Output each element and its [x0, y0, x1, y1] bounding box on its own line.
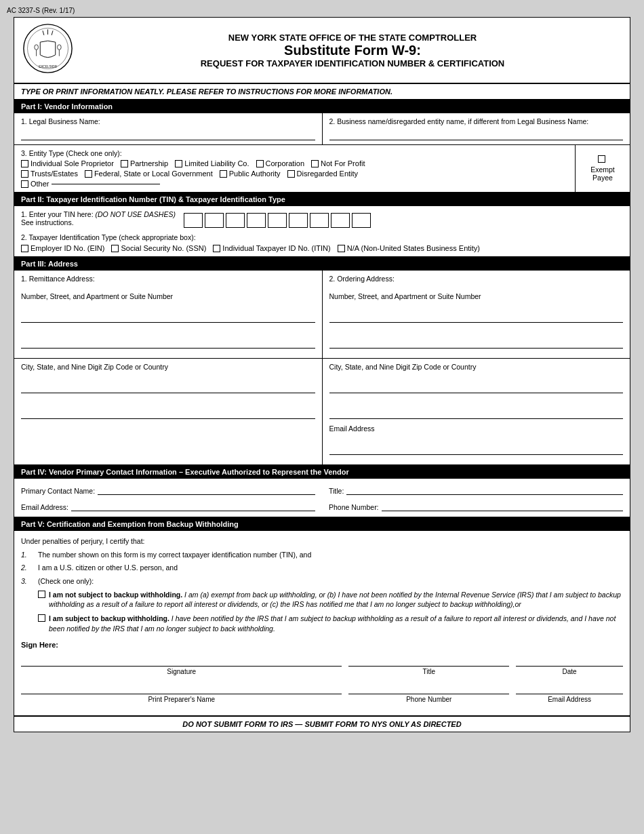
cb-na-box[interactable] [338, 245, 345, 252]
entity-row2: Trusts/Estates Federal, State or Local G… [21, 170, 568, 178]
cb-na[interactable]: N/A (Non-United States Business Entity) [338, 244, 480, 252]
email-sign-field: Email Address [516, 682, 623, 703]
cb-nfp-box[interactable] [311, 160, 319, 167]
cb-not-subject[interactable] [38, 591, 45, 598]
cb-llc[interactable]: Limited Liability Co. [175, 159, 249, 167]
cb-subject[interactable] [38, 614, 45, 622]
instruction-row: TYPE OR PRINT INFORMATION NEATLY. PLEASE… [14, 84, 630, 100]
title-input[interactable] [346, 484, 623, 495]
preparer-row: Print Preparer's Name Phone Number Email… [21, 682, 623, 703]
cb-individual-label: Individual Sole Proprietor [31, 159, 114, 167]
part1-header: Part I: Vendor Information [14, 100, 630, 113]
tin-box-4[interactable] [247, 213, 266, 228]
cb-partnership-box[interactable] [121, 160, 128, 167]
other-line[interactable] [52, 184, 160, 184]
tin-section: 1. Enter your TIN here: (DO NOT USE DASH… [14, 206, 630, 257]
email-address-input[interactable] [329, 435, 624, 455]
email-input[interactable] [71, 500, 315, 511]
tin-box-9[interactable] [352, 213, 371, 228]
cb-other-box[interactable] [21, 180, 28, 188]
cb-federal[interactable]: Federal, State or Local Government [85, 170, 213, 178]
ordering-city-input2[interactable] [329, 399, 624, 419]
nys-seal: EXCELSIOR [22, 23, 77, 77]
cb-exempt-box[interactable] [598, 155, 605, 163]
tin-box-8[interactable] [331, 213, 350, 228]
item-num-3: 3. [21, 576, 38, 587]
subject-item: I am subject to backup withholding. I ha… [38, 614, 623, 633]
email-address-label: Email Address [329, 424, 624, 433]
ordering-city-label: City, State, and Nine Digit Zip Code or … [329, 363, 624, 371]
sign-here-label: Sign Here: [21, 641, 623, 649]
business-name-label: 2. Business name/disregarded entity name… [329, 117, 624, 125]
cb-federal-box[interactable] [85, 170, 92, 178]
ordering-city-input[interactable] [329, 373, 624, 393]
ordering-street-input2[interactable] [329, 328, 624, 349]
cb-itin-box[interactable] [213, 245, 220, 252]
remittance-street-input2[interactable] [21, 328, 315, 349]
sign-here-section: Sign Here: Signature Title Date [21, 641, 623, 703]
cb-nfp-label: Not For Profit [321, 159, 365, 167]
contact-name-input[interactable] [98, 484, 315, 495]
cb-partnership[interactable]: Partnership [121, 159, 168, 167]
signature-line[interactable] [21, 654, 342, 667]
phone-sign-label: Phone Number [406, 696, 451, 703]
cb-llc-box[interactable] [175, 160, 182, 167]
cb-public-box[interactable] [220, 170, 227, 178]
tin-box-5[interactable] [268, 213, 287, 228]
cb-public-label: Public Authority [229, 170, 281, 178]
cb-ein-label: Employer ID No. (EIN) [31, 244, 104, 252]
cb-corporation[interactable]: Corporation [256, 159, 304, 167]
cb-itin[interactable]: Individual Taxpayer ID No. (ITIN) [213, 244, 330, 252]
tin-instruction: See instructions. [21, 218, 176, 226]
cb-individual[interactable]: Individual Sole Proprietor [21, 159, 114, 167]
cb-other[interactable]: Other [21, 180, 160, 188]
cb-ssn[interactable]: Social Security No. (SSN) [111, 244, 206, 252]
part5-header: Part V: Certification and Exemption from… [14, 517, 630, 531]
form-id: AC 3237-S (Rev. 1/17) [7, 7, 637, 14]
cb-corporation-label: Corporation [266, 159, 304, 167]
remittance-city-input2[interactable] [21, 399, 315, 419]
address-header-row: 1. Remittance Address: 2. Ordering Addre… [14, 271, 630, 288]
tin-box-1[interactable] [184, 213, 203, 228]
phone-sign-line[interactable] [348, 682, 509, 694]
form-footer: DO NOT SUBMIT FORM TO IRS — SUBMIT FORM … [14, 716, 630, 732]
cb-ein[interactable]: Employer ID No. (EIN) [21, 244, 104, 252]
tin-box-2[interactable] [205, 213, 224, 228]
cb-individual-box[interactable] [21, 160, 28, 167]
business-name-input[interactable] [329, 128, 624, 140]
tin-box-3[interactable] [226, 213, 245, 228]
form-title: Substitute Form W-9: [83, 43, 622, 58]
part2-header: Part II: Taxpayer Identification Number … [14, 193, 630, 206]
title-sign-line[interactable] [348, 654, 509, 667]
svg-line-3 [43, 31, 44, 35]
title-sign-field: Title [348, 654, 509, 675]
phone-input[interactable] [382, 500, 623, 511]
ordering-header: 2. Ordering Address: [323, 271, 630, 288]
remittance-city-input[interactable] [21, 373, 315, 393]
cb-disregarded[interactable]: Disregarded Entity [287, 170, 359, 178]
cb-corporation-box[interactable] [256, 160, 264, 167]
cert-item-1: 1. The number shown on this form is my c… [21, 550, 623, 560]
remittance-street-col: Number, Street, and Apartment or Suite N… [14, 288, 323, 358]
entity-exempt: Exempt Payee [576, 145, 630, 192]
cb-trusts-box[interactable] [21, 170, 28, 178]
tin-box-7[interactable] [310, 213, 329, 228]
preparer-line[interactable] [21, 682, 342, 694]
remittance-header: 1. Remittance Address: [14, 271, 323, 288]
form-subtitle: Request for Taxpayer Identification Numb… [83, 58, 622, 68]
entity-type-label: 3. Entity Type (Check one only): [21, 149, 568, 157]
cb-ssn-box[interactable] [111, 245, 119, 252]
cb-nfp[interactable]: Not For Profit [311, 159, 365, 167]
tin-box-6[interactable] [289, 213, 308, 228]
cb-public[interactable]: Public Authority [220, 170, 281, 178]
remittance-street-input[interactable] [21, 302, 315, 323]
ordering-street-input[interactable] [329, 302, 624, 323]
cb-na-label: N/A (Non-United States Business Entity) [347, 244, 480, 252]
email-sign-line[interactable] [516, 682, 623, 694]
cb-other-label: Other [31, 180, 49, 188]
cb-trusts[interactable]: Trusts/Estates [21, 170, 78, 178]
cb-ein-box[interactable] [21, 245, 28, 252]
cb-disregarded-box[interactable] [287, 170, 295, 178]
legal-name-input[interactable] [21, 128, 315, 140]
date-line[interactable] [516, 654, 623, 667]
